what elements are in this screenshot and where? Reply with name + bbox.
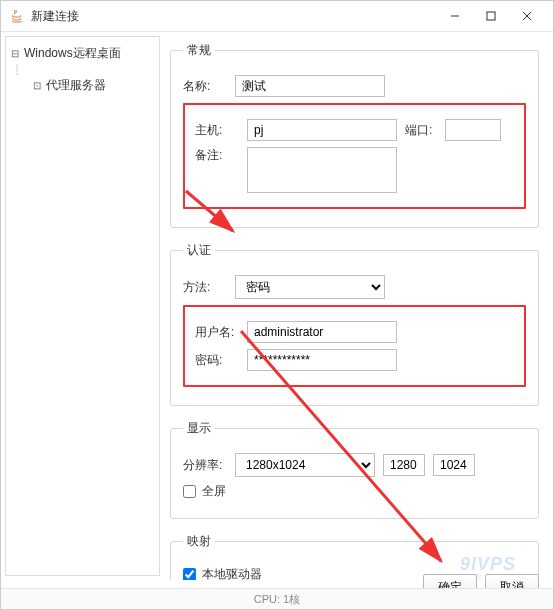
drive-label: 本地驱动器: [202, 566, 262, 580]
legend-auth: 认证: [183, 242, 215, 259]
svg-rect-1: [487, 12, 495, 20]
highlight-credentials-box: 用户名: 密码:: [183, 305, 526, 387]
status-bar: CPU: 1核: [1, 588, 553, 609]
leaf-icon: ⊡: [32, 80, 42, 91]
method-label: 方法:: [183, 279, 227, 296]
res-label: 分辨率:: [183, 457, 227, 474]
close-button[interactable]: [509, 5, 545, 27]
legend-mapping: 映射: [183, 533, 215, 550]
group-mapping: 映射 本地驱动器: [170, 533, 539, 580]
body: ⊟ Windows远程桌面 ┊ ⊡ 代理服务器 常规 名称: 主机:: [1, 32, 553, 580]
window: 新建连接 ⊟ Windows远程桌面 ┊ ⊡ 代理服务器 常规 名称:: [0, 0, 554, 610]
tree-panel: ⊟ Windows远程桌面 ┊ ⊡ 代理服务器: [5, 36, 160, 576]
legend-display: 显示: [183, 420, 215, 437]
fullscreen-checkbox[interactable]: [183, 485, 196, 498]
tree-root[interactable]: ⊟ Windows远程桌面: [10, 43, 155, 64]
minimize-button[interactable]: [437, 5, 473, 27]
java-icon: [9, 8, 25, 24]
group-auth: 认证 方法: 密码 用户名: 密码:: [170, 242, 539, 406]
port-label: 端口:: [405, 122, 437, 139]
highlight-host-box: 主机: 端口: 备注:: [183, 103, 526, 209]
res-width-input[interactable]: [383, 454, 425, 476]
collapse-icon[interactable]: ⊟: [10, 48, 20, 59]
method-select[interactable]: 密码: [235, 275, 385, 299]
tree-child-label: 代理服务器: [46, 77, 106, 94]
user-label: 用户名:: [195, 324, 239, 341]
tree-root-label: Windows远程桌面: [24, 45, 121, 62]
note-textarea[interactable]: [247, 147, 397, 193]
status-text: CPU: 1核: [254, 592, 300, 607]
user-input[interactable]: [247, 321, 397, 343]
res-height-input[interactable]: [433, 454, 475, 476]
group-general: 常规 名称: 主机: 端口: 备注:: [170, 42, 539, 228]
name-label: 名称:: [183, 78, 227, 95]
maximize-button[interactable]: [473, 5, 509, 27]
tree-child[interactable]: ⊡ 代理服务器: [10, 75, 155, 96]
port-input[interactable]: [445, 119, 501, 141]
res-select[interactable]: 1280x1024: [235, 453, 375, 477]
drive-checkbox[interactable]: [183, 568, 196, 580]
content-panel: 常规 名称: 主机: 端口: 备注:: [164, 32, 553, 580]
legend-general: 常规: [183, 42, 215, 59]
note-label: 备注:: [195, 147, 239, 164]
host-input[interactable]: [247, 119, 397, 141]
window-title: 新建连接: [31, 8, 437, 25]
fullscreen-label: 全屏: [202, 483, 226, 500]
group-display: 显示 分辨率: 1280x1024 全屏: [170, 420, 539, 519]
tree-connector: ┊: [10, 64, 155, 75]
name-input[interactable]: [235, 75, 385, 97]
titlebar: 新建连接: [1, 1, 553, 32]
pass-input[interactable]: [247, 349, 397, 371]
pass-label: 密码:: [195, 352, 239, 369]
host-label: 主机:: [195, 122, 239, 139]
